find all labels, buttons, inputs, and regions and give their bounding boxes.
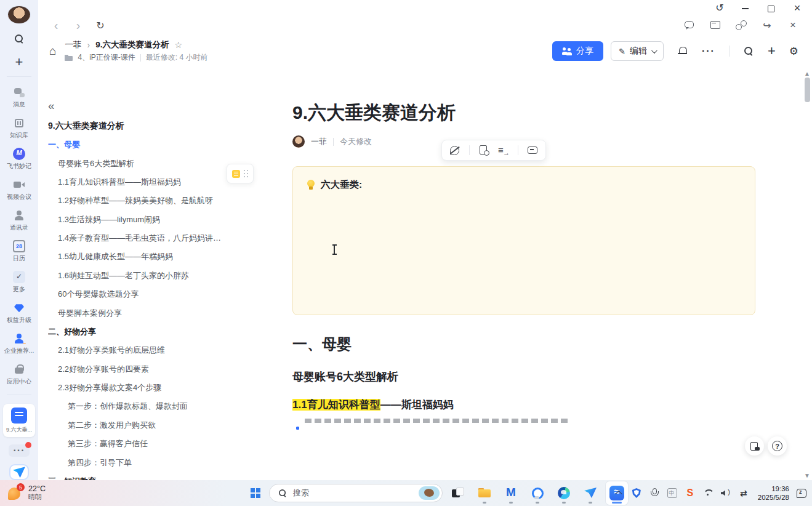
outline-item[interactable]: 1.1育儿知识科普型——斯坦福妈妈 [48,173,230,191]
gear-icon[interactable]: ⚙ [789,45,798,58]
outline-item[interactable]: 1.6萌娃互动型——老丁头家的小胖苏 [48,267,230,285]
tray-cast[interactable] [738,488,749,499]
tray-expand[interactable] [613,488,624,499]
left-rail: + 消息 知识库 飞书妙记 [0,0,38,480]
outline-item[interactable]: 一、母婴 [48,135,230,154]
outline-item[interactable]: 1.2好物种草型——辣妈美美好物、是航航呀 [48,191,230,210]
rail-item-minutes[interactable]: 飞书妙记 [0,148,38,171]
rail-item-calendar[interactable]: 日历 [0,240,38,263]
start-button[interactable] [246,484,265,502]
rail-item-more-rail[interactable]: 更多 [0,271,38,294]
titlebar-button-minimize[interactable] [741,3,750,13]
star-icon[interactable]: ☆ [174,40,182,50]
callout-format-icon[interactable] [232,170,240,178]
taskbar-app-file-explorer[interactable] [473,481,496,505]
drag-handle-icon[interactable] [244,170,249,177]
breadcrumb-parent[interactable]: 一菲 [65,39,81,50]
comment-icon[interactable] [527,145,538,156]
scrollbar-up-arrow[interactable]: ▲ [804,70,810,77]
dock-more-button[interactable]: ··· [9,444,30,457]
outline-item[interactable]: 第三步：赢得客户信任 [48,435,230,453]
bell-icon[interactable] [677,46,688,57]
rail-item-contacts[interactable]: 通讯录 [0,209,38,232]
search-button[interactable] [9,31,30,47]
create-button[interactable]: + [9,54,30,70]
rail-item-enterprise[interactable]: 企业推荐... [0,332,38,355]
outline-item[interactable]: 第一步：创作爆款标题、爆款封面 [48,397,230,416]
nav-button-refresh[interactable] [95,20,106,31]
heading-2[interactable]: 母婴账号6大类型解析 [292,369,755,384]
outline-item[interactable]: 三、知识教育 [48,472,230,480]
taskbar-app-task-view[interactable] [447,481,469,505]
rail-item-wiki[interactable]: 知识库 [0,117,38,140]
scrollbar-thumb[interactable] [805,78,810,102]
tray-volume[interactable] [720,488,731,499]
author-avatar[interactable] [292,135,305,148]
taskbar-app-bird-app[interactable] [579,481,601,505]
tab-action-button-link[interactable] [736,20,747,31]
wiki-icon [13,117,25,129]
feishu-logo[interactable] [9,464,29,480]
taskbar-app-m-app[interactable] [500,481,522,505]
rail-item-appcenter[interactable]: 应用中心 [0,363,38,386]
outline-item[interactable]: 第四步：引导下单 [48,453,230,472]
folder-path[interactable]: 4、iP正价课-课件 [78,52,135,63]
tray-shield[interactable] [631,488,642,499]
outline-item[interactable]: 2.2好物分享账号的四要素 [48,360,230,379]
tray-sogou[interactable] [685,488,696,499]
outline-item[interactable]: 2.3好物分享爆款文案4个步骤 [48,379,230,397]
outline-item[interactable]: 1.4亲子教育型——毛毛虫英语，八斤妈妈讲… [48,229,230,247]
heading-1[interactable]: 一、母婴 [292,334,755,355]
convert-list-icon[interactable] [498,145,509,156]
outline-item[interactable]: 1.5幼儿健康成长型——年糕妈妈 [48,247,230,266]
outline-title[interactable]: 9.六大垂类赛道分析 [48,121,230,132]
titlebar-button-close-w[interactable] [792,3,802,13]
collapse-outline-button[interactable]: « [48,99,55,112]
copy-link-icon[interactable] [478,145,489,156]
taskbar-app-quark[interactable] [526,481,549,505]
scrollbar-down-arrow[interactable]: ▼ [804,472,810,479]
more-button[interactable]: ··· [702,46,715,57]
outline-item[interactable]: 母婴脚本案例分享 [48,303,230,322]
tray-mic[interactable] [649,488,660,499]
author-name[interactable]: 一菲 [311,136,327,147]
taskbar-search[interactable]: 搜索 [269,484,443,502]
outline-item[interactable]: 1.3生活辣妈——lilymum闹妈 [48,211,230,229]
help-button[interactable]: ? [768,436,787,456]
weather-widget[interactable]: 5 22°C 晴朗 [0,485,46,501]
home-icon[interactable]: ⌂ [49,44,56,58]
outline-item[interactable]: 二、好物分享 [48,323,230,341]
edit-button[interactable]: ✎ 编辑 [611,41,664,61]
tray-wifi[interactable] [702,488,714,499]
tab-action-button-close-t[interactable] [787,20,798,31]
tab-action-button-comment-b[interactable] [684,20,695,31]
tab-action-button-share-arrow[interactable] [762,20,773,31]
outline-item[interactable]: 母婴账号6大类型解析 [48,154,230,172]
block-hover-toolbar [441,140,546,161]
rail-item-video[interactable]: 视频会议 [0,179,38,201]
nav-button-back[interactable] [50,20,62,31]
user-avatar[interactable] [8,6,30,23]
nav-button-forward[interactable] [73,20,84,31]
titlebar-button-restore[interactable] [766,3,776,13]
heading-3[interactable]: 1.1育儿知识科普型——斯坦福妈妈 [292,398,755,412]
outline-item[interactable]: 60个母婴爆款选题分享 [48,285,230,303]
palette-icon[interactable] [449,145,460,156]
outline-item[interactable]: 第二步：激发用户购买欲 [48,416,230,435]
taskbar-app-edge[interactable] [553,481,575,505]
docked-doc[interactable]: 9.六大垂... [3,404,35,437]
notification-center-icon[interactable] [796,488,807,499]
feedback-button[interactable] [745,436,764,456]
rail-item-gem[interactable]: 权益升级 [0,302,38,324]
titlebar-button-history[interactable] [715,3,725,13]
clock[interactable]: 19:36 2025/5/28 [758,484,789,502]
callout-block[interactable]: 六大垂类: [292,166,755,315]
share-button[interactable]: 分享 [552,41,603,61]
new-tab-button[interactable]: + [768,44,776,58]
search-doc-button[interactable] [743,46,754,57]
tab-action-button-panel[interactable] [710,20,721,31]
doc-title[interactable]: 9.六大垂类赛道分析 [292,100,755,126]
rail-item-chat[interactable]: 消息 [0,86,38,109]
outline-item[interactable]: 2.1好物分享类账号的底层思维 [48,341,230,359]
tray-ime[interactable] [667,488,678,499]
